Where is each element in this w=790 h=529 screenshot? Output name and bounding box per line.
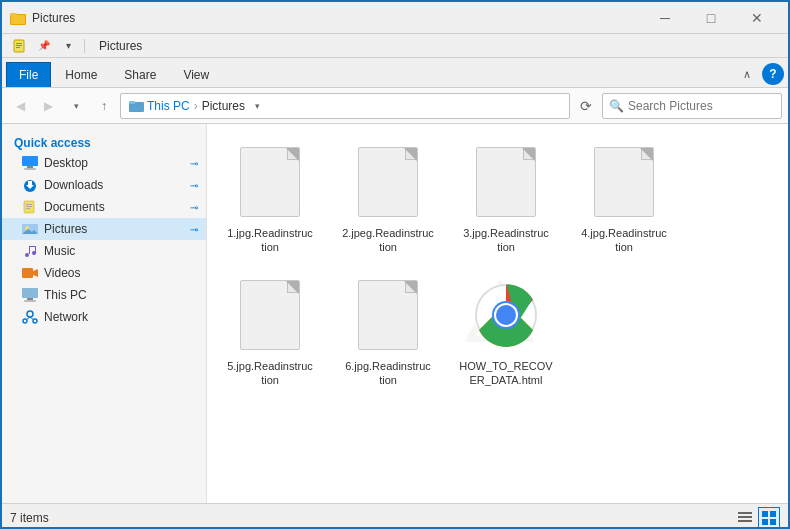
sidebar-label-videos: Videos xyxy=(44,266,198,280)
svg-rect-24 xyxy=(29,246,30,254)
file-item-6[interactable]: 6.jpg.Readinstruc tion xyxy=(333,269,443,394)
file-icon-7 xyxy=(470,275,542,355)
qa-properties-btn[interactable] xyxy=(10,36,30,56)
breadcrumb-this-pc[interactable]: This PC xyxy=(147,99,190,113)
svg-rect-25 xyxy=(35,246,36,254)
title-bar: Pictures ─ □ ✕ xyxy=(2,2,788,34)
file-item-7[interactable]: HOW_TO_RECOV ER_DATA.html xyxy=(451,269,561,394)
doc-shape-2 xyxy=(358,147,418,217)
sidebar-label-network: Network xyxy=(44,310,198,324)
forward-button[interactable]: ▶ xyxy=(36,94,60,118)
svg-rect-43 xyxy=(738,520,752,522)
ribbon-tabs: File Home Share View ∧ ? xyxy=(2,58,788,88)
svg-rect-47 xyxy=(770,519,776,525)
file-icon-5 xyxy=(234,275,306,355)
address-bar[interactable]: This PC › Pictures ▾ xyxy=(120,93,570,119)
tab-share[interactable]: Share xyxy=(111,62,169,87)
sidebar-label-desktop: Desktop xyxy=(44,156,184,170)
help-button[interactable]: ? xyxy=(762,63,784,85)
chrome-svg-icon xyxy=(474,283,538,347)
sidebar-item-pictures[interactable]: Pictures ⊸ xyxy=(2,218,206,240)
sidebar-label-this-pc: This PC xyxy=(44,288,198,302)
sidebar-item-videos[interactable]: Videos xyxy=(2,262,206,284)
file-item-2[interactable]: 2.jpeg.Readinstruc tion xyxy=(333,136,443,261)
file-item-4[interactable]: 4.jpg.Readinstruc tion xyxy=(569,136,679,261)
svg-rect-44 xyxy=(762,511,768,517)
file-item-1[interactable]: 1.jpg.Readinstruc tion xyxy=(215,136,325,261)
svg-point-40 xyxy=(496,305,516,325)
svg-line-35 xyxy=(30,317,34,320)
doc-shape-6 xyxy=(358,280,418,350)
quick-access-toolbar: 📌 ▾ Pictures xyxy=(2,34,788,58)
search-box[interactable]: 🔍 xyxy=(602,93,782,119)
downloads-icon xyxy=(22,177,38,193)
svg-rect-16 xyxy=(26,206,32,207)
file-icon-2 xyxy=(352,142,424,222)
svg-rect-2 xyxy=(11,15,25,24)
svg-rect-6 xyxy=(16,47,20,48)
sidebar-item-desktop[interactable]: Desktop ⊸ xyxy=(2,152,206,174)
refresh-button[interactable]: ⟳ xyxy=(574,94,598,118)
sidebar-item-this-pc[interactable]: This PC xyxy=(2,284,206,306)
search-input[interactable] xyxy=(628,99,775,113)
file-name-7: HOW_TO_RECOV ER_DATA.html xyxy=(455,359,557,388)
address-dropdown-btn[interactable]: ▾ xyxy=(249,93,265,119)
svg-rect-11 xyxy=(24,168,36,170)
pictures-icon xyxy=(22,221,38,237)
videos-icon xyxy=(22,265,38,281)
breadcrumb-pictures[interactable]: Pictures xyxy=(202,99,245,113)
file-name-6: 6.jpg.Readinstruc tion xyxy=(337,359,439,388)
file-item-3[interactable]: 3.jpg.Readinstruc tion xyxy=(451,136,561,261)
maximize-button[interactable]: □ xyxy=(688,2,734,34)
doc-shape-3 xyxy=(476,147,536,217)
doc-shape-1 xyxy=(240,147,300,217)
content-area: ⚠ 1.jpg.Readinstruc tion 2.jpeg.Readinst… xyxy=(207,124,788,503)
sidebar-label-documents: Documents xyxy=(44,200,184,214)
breadcrumb: This PC › Pictures xyxy=(129,99,245,113)
sidebar-item-music[interactable]: Music xyxy=(2,240,206,262)
svg-rect-46 xyxy=(762,519,768,525)
large-icons-view-btn[interactable] xyxy=(758,507,780,529)
item-count: 7 items xyxy=(10,511,49,525)
sidebar-item-network[interactable]: Network xyxy=(2,306,206,328)
file-item-5[interactable]: 5.jpg.Readinstruc tion xyxy=(215,269,325,394)
qa-dropdown-btn[interactable]: ▾ xyxy=(58,36,78,56)
close-button[interactable]: ✕ xyxy=(734,2,780,34)
pin-icon-desktop: ⊸ xyxy=(190,158,198,169)
desktop-icon xyxy=(22,155,38,171)
svg-point-21 xyxy=(25,253,29,257)
documents-icon xyxy=(22,199,38,215)
doc-shape-4 xyxy=(594,147,654,217)
music-icon xyxy=(22,243,38,259)
sidebar-item-documents[interactable]: Documents ⊸ xyxy=(2,196,206,218)
qa-pin-btn[interactable]: 📌 xyxy=(34,36,54,56)
search-icon: 🔍 xyxy=(609,99,624,113)
pin-icon-pictures: ⊸ xyxy=(190,224,198,235)
sidebar-label-downloads: Downloads xyxy=(44,178,184,192)
this-pc-icon xyxy=(22,287,38,303)
svg-rect-17 xyxy=(26,208,30,209)
ribbon-right-controls: ∧ ? xyxy=(736,63,784,87)
svg-rect-26 xyxy=(22,268,33,278)
tab-file[interactable]: File xyxy=(6,62,51,87)
ribbon-collapse-btn[interactable]: ∧ xyxy=(736,63,758,85)
window-icon xyxy=(10,10,26,26)
details-view-btn[interactable] xyxy=(734,507,756,529)
svg-line-34 xyxy=(26,317,30,320)
tab-view[interactable]: View xyxy=(170,62,222,87)
tab-home[interactable]: Home xyxy=(52,62,110,87)
nav-dropdown-button[interactable]: ▾ xyxy=(64,94,88,118)
file-name-4: 4.jpg.Readinstruc tion xyxy=(573,226,675,255)
file-icon-4 xyxy=(588,142,660,222)
sidebar-section-quick-access[interactable]: Quick access xyxy=(2,132,206,152)
up-button[interactable]: ↑ xyxy=(92,94,116,118)
svg-rect-8 xyxy=(129,101,135,104)
back-button[interactable]: ◀ xyxy=(8,94,32,118)
svg-rect-23 xyxy=(29,246,36,247)
minimize-button[interactable]: ─ xyxy=(642,2,688,34)
svg-rect-42 xyxy=(738,516,752,518)
pin-icon-documents: ⊸ xyxy=(190,202,198,213)
svg-rect-15 xyxy=(26,204,32,205)
sidebar-item-downloads[interactable]: Downloads ⊸ xyxy=(2,174,206,196)
sidebar-label-music: Music xyxy=(44,244,198,258)
